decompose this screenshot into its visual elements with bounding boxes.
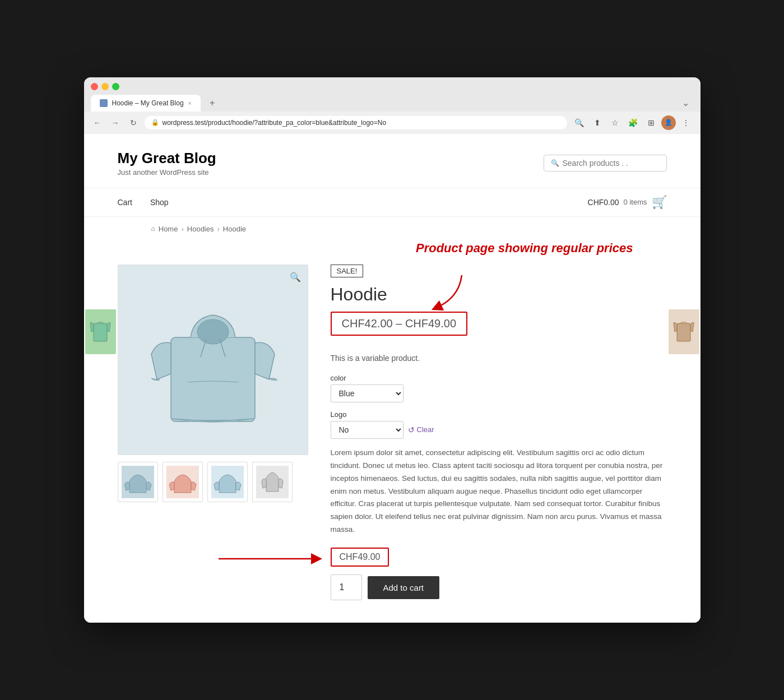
search-input[interactable] <box>563 159 660 168</box>
avatar-icon: 👤 <box>665 119 672 126</box>
add-to-cart-row: Add to cart <box>331 574 667 600</box>
site-title[interactable]: My Great Blog <box>118 150 216 167</box>
bookmark-icon[interactable]: ☆ <box>607 115 623 131</box>
thumbnail-2[interactable] <box>163 462 203 502</box>
svg-point-2 <box>197 319 229 344</box>
thumbnail-1[interactable] <box>118 462 158 502</box>
browser-chrome: Hoodie – My Great Blog × + ⌄ <box>84 77 701 112</box>
breadcrumb-sep-2: › <box>217 225 219 233</box>
extensions-icon[interactable]: 🧩 <box>625 115 641 131</box>
svg-rect-1 <box>171 337 255 421</box>
selected-price-text: CHF49.00 <box>340 552 381 562</box>
lock-icon: 🔒 <box>151 119 159 126</box>
clear-label: Clear <box>417 425 434 434</box>
svg-rect-9 <box>677 323 690 341</box>
price-range-wrapper: CHF42.00 – CHF49.00 <box>331 312 468 345</box>
breadcrumb-current: Hoodie <box>223 225 246 233</box>
cart-info: CHF0.00 0 items 🛒 <box>588 195 667 210</box>
site-nav: Cart Shop CHF0.00 0 items 🛒 <box>84 188 701 217</box>
forward-button[interactable]: → <box>109 116 122 129</box>
search-icon: 🔍 <box>551 159 559 167</box>
cart-items-count: 0 items <box>624 198 647 206</box>
cart-icon[interactable]: 🛒 <box>652 195 667 210</box>
breadcrumb-sep-1: › <box>181 225 183 233</box>
address-bar-row: ← → ↻ 🔒 wordpress.test/product/hoodie/?a… <box>84 112 701 134</box>
url-text: wordpress.test/product/hoodie/?attribute… <box>163 119 387 127</box>
site-tagline: Just another WordPress site <box>118 168 216 177</box>
breadcrumb: ⌂ Home › Hoodies › Hoodie <box>118 217 667 241</box>
home-icon: ⌂ <box>151 225 155 233</box>
selected-price-section: CHF49.00 <box>331 548 667 567</box>
nav-cart-link[interactable]: Cart <box>118 198 132 207</box>
thumb4-svg <box>256 466 289 498</box>
svg-rect-0 <box>94 323 107 341</box>
traffic-lights <box>91 83 694 90</box>
logo-select-row: No Yes ↺ Clear <box>331 421 667 439</box>
close-traffic-light[interactable] <box>91 83 98 90</box>
main-product-image[interactable]: 🔍 <box>118 265 308 455</box>
hoodie-svg <box>140 276 286 444</box>
price-range-text: CHF42.00 – CHF49.00 <box>342 317 457 330</box>
color-variation: color Blue Green Red <box>331 374 667 402</box>
product-title: Hoodie <box>331 284 667 305</box>
site-branding: My Great Blog Just another WordPress sit… <box>118 150 216 177</box>
quantity-input[interactable] <box>331 574 362 600</box>
maximize-traffic-light[interactable] <box>112 83 119 90</box>
site-header: My Great Blog Just another WordPress sit… <box>84 134 701 188</box>
tab-close-button[interactable]: × <box>188 100 192 106</box>
product-thumbnails <box>118 462 308 502</box>
browser-window: Hoodie – My Great Blog × + ⌄ ← → ↻ 🔒 wor… <box>84 77 701 623</box>
profile-avatar[interactable]: 👤 <box>661 115 676 130</box>
logo-variation: Logo No Yes ↺ Clear <box>331 410 667 439</box>
product-images: 🔍 <box>118 265 308 601</box>
side-hoodie-right-svg <box>672 315 695 349</box>
clear-icon: ↺ <box>408 425 415 434</box>
breadcrumb-home[interactable]: Home <box>159 225 178 233</box>
sale-badge: SALE! <box>331 265 364 277</box>
back-button[interactable]: ← <box>91 116 104 129</box>
active-tab[interactable]: Hoodie – My Great Blog × <box>91 95 201 112</box>
color-label: color <box>331 374 667 382</box>
thumbnail-3[interactable] <box>207 462 248 502</box>
toolbar-icons: 🔍 ⬆ ☆ 🧩 ⊞ 👤 ⋮ <box>572 115 694 131</box>
product-description: Lorem ipsum dolor sit amet, consectetur … <box>331 447 667 537</box>
tab-title: Hoodie – My Great Blog <box>112 99 184 107</box>
minimize-traffic-light[interactable] <box>101 83 109 90</box>
tab-favicon <box>100 99 108 107</box>
breadcrumb-hoodies[interactable]: Hoodies <box>187 225 214 233</box>
page-content: My Great Blog Just another WordPress sit… <box>84 134 701 623</box>
thumb2-svg <box>166 466 199 498</box>
nav-links: Cart Shop <box>118 198 169 207</box>
nav-shop-link[interactable]: Shop <box>150 198 169 207</box>
clear-button[interactable]: ↺ Clear <box>408 425 434 434</box>
product-short-description: This is a variable product. <box>331 354 667 363</box>
color-select[interactable]: Blue Green Red <box>331 384 403 402</box>
search-toolbar-icon[interactable]: 🔍 <box>572 115 587 131</box>
address-bar[interactable]: 🔒 wordpress.test/product/hoodie/?attribu… <box>145 116 567 129</box>
share-icon[interactable]: ⬆ <box>590 115 605 131</box>
refresh-button[interactable]: ↻ <box>127 116 140 129</box>
logo-select[interactable]: No Yes <box>331 421 403 439</box>
side-preview-left[interactable] <box>85 309 116 354</box>
thumb1-svg <box>122 466 154 498</box>
logo-label: Logo <box>331 410 667 419</box>
zoom-icon[interactable]: 🔍 <box>290 272 301 282</box>
side-preview-right[interactable] <box>669 309 699 354</box>
price-range-box: CHF42.00 – CHF49.00 <box>331 312 468 336</box>
tab-chevron[interactable]: ⌄ <box>678 95 694 110</box>
product-details: SALE! Hoodie CHF42.00 – CHF49.0 <box>331 265 667 601</box>
cart-amount: CHF0.00 <box>588 198 619 207</box>
new-tab-button[interactable]: + <box>205 96 219 110</box>
product-layout: 🔍 <box>84 265 701 623</box>
thumb3-svg <box>211 466 244 498</box>
annotation-text: Product page showing regular prices <box>416 241 633 255</box>
tabs-bar: Hoodie – My Great Blog × + ⌄ <box>91 95 694 112</box>
add-to-cart-button[interactable]: Add to cart <box>368 576 440 599</box>
more-options-icon[interactable]: ⋮ <box>678 115 694 131</box>
breadcrumb-section: ⌂ Home › Hoodies › Hoodie Product page s… <box>84 217 701 265</box>
side-hoodie-left-svg <box>89 315 112 349</box>
annotation-block: Product page showing regular prices <box>118 241 667 265</box>
thumbnail-4[interactable] <box>252 462 293 502</box>
search-form: 🔍 <box>544 155 667 171</box>
sidebar-icon[interactable]: ⊞ <box>643 115 659 131</box>
